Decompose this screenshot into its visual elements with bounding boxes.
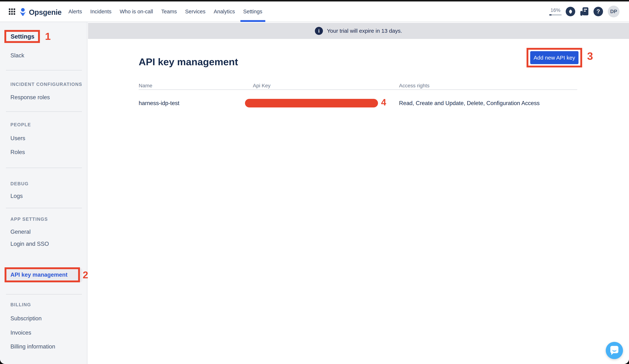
annotation-box-3: Add new API key xyxy=(527,48,582,67)
annotation-number-4: 4 xyxy=(381,97,386,108)
app-switcher-icon[interactable] xyxy=(9,8,15,15)
tab-services[interactable]: Services xyxy=(185,1,205,21)
sidebar-item-general[interactable]: General xyxy=(10,229,30,235)
tab-settings[interactable]: Settings xyxy=(243,1,262,21)
sidebar-item-billing-information[interactable]: Billing information xyxy=(10,343,55,350)
divider xyxy=(6,208,82,208)
column-header-name: Name xyxy=(139,83,153,89)
tab-analytics[interactable]: Analytics xyxy=(214,1,235,21)
sidebar-item-roles[interactable]: Roles xyxy=(10,149,25,156)
api-key-redaction-overlay xyxy=(245,99,378,107)
divider xyxy=(6,70,82,71)
settings-sidebar: Settings 1 Slack INCIDENT CONFIGURATIONS… xyxy=(0,22,87,364)
speech-bubble-tail xyxy=(611,353,614,355)
chat-launcher-button[interactable] xyxy=(606,342,623,359)
user-avatar[interactable]: DP xyxy=(608,6,620,17)
sidebar-item-logs[interactable]: Logs xyxy=(10,193,23,199)
trial-banner: i Your trial will expire in 13 days. xyxy=(88,23,629,39)
main-content: i Your trial will expire in 13 days. API… xyxy=(88,22,629,364)
annotation-box-1: Settings xyxy=(4,30,40,43)
usage-meter[interactable]: 16% xyxy=(549,7,562,15)
help-icon[interactable]: ? xyxy=(594,7,603,16)
sidebar-header-debug: DEBUG xyxy=(10,181,28,186)
access-rights-cell: Read, Create and Update, Delete, Configu… xyxy=(399,100,540,106)
window-top-edge xyxy=(0,0,629,1)
info-icon: i xyxy=(315,27,323,35)
table-header-divider xyxy=(139,89,577,90)
sidebar-item-login-and-sso[interactable]: Login and SSO xyxy=(10,241,49,247)
sidebar-header-billing: BILLING xyxy=(10,302,31,307)
column-header-api-key: Api Key xyxy=(253,83,271,89)
opsgenie-logo-text[interactable]: Opsgenie xyxy=(29,8,61,16)
sidebar-title[interactable]: Settings xyxy=(11,33,34,40)
add-new-api-key-button[interactable]: Add new API key xyxy=(530,51,579,64)
divider xyxy=(6,294,82,294)
annotation-number-2: 2 xyxy=(83,269,88,280)
tab-incidents[interactable]: Incidents xyxy=(90,1,111,21)
sidebar-item-response-roles[interactable]: Response roles xyxy=(10,94,50,101)
tab-teams[interactable]: Teams xyxy=(161,1,177,21)
annotation-number-3: 3 xyxy=(587,50,593,62)
api-key-name-cell: harness-idp-test xyxy=(139,100,179,106)
annotation-box-2: API key management xyxy=(4,267,80,282)
sidebar-item-slack[interactable]: Slack xyxy=(10,52,24,59)
column-header-access-rights: Access rights xyxy=(399,83,430,89)
usage-progress-bar xyxy=(549,14,562,15)
trial-banner-text: Your trial will expire in 13 days. xyxy=(327,28,402,34)
main-nav: Alerts Incidents Who is on-call Teams Se… xyxy=(68,1,262,21)
tab-who-is-on-call[interactable]: Who is on-call xyxy=(120,1,153,21)
sidebar-item-users[interactable]: Users xyxy=(10,135,25,142)
divider xyxy=(6,168,82,168)
topbar-right-cluster: 16% ? DP xyxy=(549,1,620,21)
sidebar-item-subscription[interactable]: Subscription xyxy=(10,315,42,322)
sidebar-header-app-settings: APP SETTINGS xyxy=(10,217,48,222)
annotation-number-1: 1 xyxy=(45,30,51,42)
usage-percent-label: 16% xyxy=(551,7,560,13)
compass-icon[interactable] xyxy=(566,7,575,16)
opsgenie-logo-icon[interactable] xyxy=(18,8,27,16)
tab-alerts[interactable]: Alerts xyxy=(68,1,82,21)
app-window: Opsgenie Alerts Incidents Who is on-call… xyxy=(0,0,629,364)
topbar: Opsgenie Alerts Incidents Who is on-call… xyxy=(0,1,629,22)
sidebar-item-api-key-management[interactable]: API key management xyxy=(10,272,67,278)
divider xyxy=(6,111,82,112)
sidebar-item-invoices[interactable]: Invoices xyxy=(10,329,31,336)
page-title: API key management xyxy=(139,56,238,67)
sidebar-header-people: PEOPLE xyxy=(10,122,31,127)
sidebar-header-incident-configurations: INCIDENT CONFIGURATIONS xyxy=(10,82,82,87)
release-notes-icon[interactable] xyxy=(580,7,589,16)
